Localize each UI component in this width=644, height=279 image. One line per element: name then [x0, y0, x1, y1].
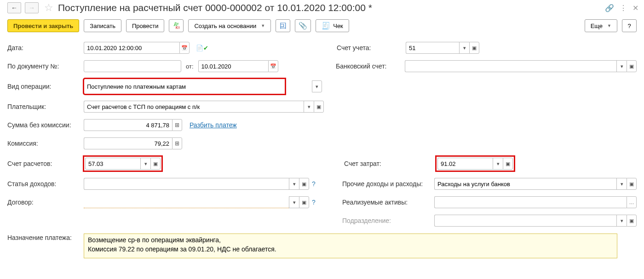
subdivision-dropdown-button[interactable]: ▾ — [616, 215, 627, 227]
calendar-icon: 📅 — [181, 45, 188, 51]
bank-acc-dropdown-button[interactable]: ▾ — [616, 60, 627, 72]
account-label: Счет учета: — [337, 44, 406, 51]
open-icon: ▣ — [629, 63, 634, 69]
chevron-down-icon: ▾ — [621, 218, 623, 224]
calendar-button[interactable]: 📅 — [179, 42, 190, 54]
sum-no-comm-label: Сумма без комиссии: — [7, 121, 84, 129]
calendar-icon: 📅 — [270, 63, 276, 69]
expense-acc-open-button[interactable]: ▣ — [503, 158, 513, 170]
open-icon: ▣ — [302, 181, 306, 187]
subdivision-label: Подразделение: — [342, 217, 434, 224]
contract-help-icon[interactable]: ? — [312, 199, 316, 206]
calculator-icon: ⊞ — [175, 122, 179, 128]
open-icon: ▣ — [629, 181, 634, 187]
open-icon: ▣ — [629, 218, 634, 224]
write-button[interactable]: Записать — [84, 19, 121, 32]
create-on-basis-button[interactable]: Создать на основании ▼ — [188, 19, 271, 32]
chevron-down-icon: ▾ — [293, 181, 296, 187]
bank-acc-open-button[interactable]: ▣ — [627, 60, 637, 72]
contract-input[interactable] — [84, 196, 289, 208]
other-ie-open-button[interactable]: ▣ — [627, 178, 637, 190]
subdivision-input — [434, 215, 616, 227]
other-ie-dropdown-button[interactable]: ▾ — [616, 178, 627, 190]
income-item-label: Статья доходов: — [7, 180, 84, 188]
docnum-from-label: от: — [186, 63, 194, 70]
chevron-down-icon: ▾ — [316, 84, 318, 90]
ellipsis-icon: … — [629, 199, 634, 205]
chevron-down-icon: ▾ — [144, 161, 147, 167]
create-on-basis-label: Создать на основании — [194, 23, 256, 29]
paperclip-icon: 📎 — [299, 22, 307, 30]
expense-acc-input[interactable] — [437, 158, 493, 170]
sum-no-comm-input[interactable] — [84, 119, 172, 131]
calc-button[interactable]: ⊞ — [172, 119, 182, 131]
other-ie-label: Прочие доходы и расходы: — [342, 180, 434, 188]
optype-label: Вид операции: — [7, 83, 84, 90]
date-input[interactable] — [84, 42, 179, 54]
income-item-dropdown-button[interactable]: ▾ — [289, 178, 299, 190]
chevron-down-icon: ▾ — [463, 45, 466, 51]
attachment-button[interactable]: 📎 — [295, 19, 311, 32]
help-button[interactable]: ? — [622, 19, 637, 32]
realized-assets-more-button[interactable]: … — [627, 196, 637, 208]
chevron-down-icon: ▾ — [308, 104, 310, 110]
contract-open-button[interactable]: ▣ — [299, 196, 309, 208]
open-icon: ▣ — [153, 161, 158, 167]
optype-input[interactable] — [84, 79, 285, 94]
post-and-close-button[interactable]: Провести и закрыть — [7, 19, 79, 32]
more-vert-icon[interactable]: ⋮ — [620, 4, 627, 12]
expense-acc-dropdown-button[interactable]: ▾ — [493, 158, 503, 170]
structure-button[interactable]: 囙 — [276, 19, 290, 32]
settlement-acc-open-button[interactable]: ▣ — [150, 158, 161, 170]
check-button[interactable]: 🧾 Чек — [316, 19, 349, 32]
calendar-button-2[interactable]: 📅 — [268, 60, 278, 72]
payer-dropdown-button[interactable]: ▾ — [304, 101, 314, 113]
contract-dropdown-button[interactable]: ▾ — [289, 196, 299, 208]
chevron-down-icon: ▾ — [497, 161, 500, 167]
bank-acc-input[interactable] — [405, 60, 616, 72]
split-payment-link[interactable]: Разбить платеж — [190, 121, 237, 129]
calc-button-2[interactable]: ⊞ — [172, 137, 182, 149]
subdivision-open-button[interactable]: ▣ — [627, 215, 637, 227]
account-input[interactable] — [406, 42, 459, 54]
other-ie-input[interactable] — [434, 178, 616, 190]
payer-open-button[interactable]: ▣ — [314, 101, 324, 113]
nav-forward-button[interactable]: → — [25, 2, 39, 13]
open-icon: ▣ — [506, 161, 510, 167]
realized-assets-label: Реализуемые активы: — [342, 199, 434, 206]
account-open-button[interactable]: ▣ — [469, 42, 479, 54]
close-icon[interactable]: ✕ — [632, 4, 638, 12]
contract-label: Договор: — [7, 199, 84, 206]
open-icon: ▣ — [472, 45, 477, 51]
docnum-input[interactable] — [84, 60, 181, 72]
income-item-input[interactable] — [84, 178, 289, 190]
chevron-down-icon: ▼ — [607, 23, 611, 28]
settlement-acc-label: Счет расчетов: — [7, 160, 84, 167]
purpose-textarea[interactable] — [84, 233, 617, 258]
payer-input[interactable] — [84, 101, 304, 113]
link-icon[interactable]: 🔗 — [605, 4, 614, 12]
dt-kt-button[interactable]: ДтКт — [169, 19, 184, 32]
optype-dropdown-button[interactable]: ▾ — [312, 80, 322, 92]
chevron-down-icon: ▾ — [621, 63, 623, 69]
favorite-star-icon[interactable]: ☆ — [44, 2, 53, 14]
settlement-acc-input[interactable] — [85, 158, 140, 170]
chevron-down-icon: ▾ — [621, 181, 623, 187]
commission-input[interactable] — [84, 137, 172, 149]
realized-assets-input[interactable] — [434, 196, 627, 208]
settlement-acc-dropdown-button[interactable]: ▾ — [140, 158, 150, 170]
account-dropdown-button[interactable]: ▾ — [459, 42, 469, 54]
income-item-open-button[interactable]: ▣ — [299, 178, 309, 190]
nav-back-button[interactable]: ← — [7, 2, 21, 13]
check-label: Чек — [333, 23, 343, 29]
open-icon: ▣ — [302, 199, 306, 205]
more-label: Еще — [591, 23, 603, 29]
receipt-icon: 🧾 — [322, 22, 330, 30]
bank-acc-label: Банковский счет: — [336, 63, 405, 70]
docnum-from-input[interactable] — [198, 60, 268, 72]
more-button[interactable]: Еще ▼ — [585, 19, 617, 32]
income-item-help-icon[interactable]: ? — [312, 180, 316, 188]
post-button[interactable]: Провести — [126, 19, 165, 32]
structure-icon: 囙 — [280, 22, 287, 30]
docnum-label: По документу №: — [7, 63, 84, 70]
